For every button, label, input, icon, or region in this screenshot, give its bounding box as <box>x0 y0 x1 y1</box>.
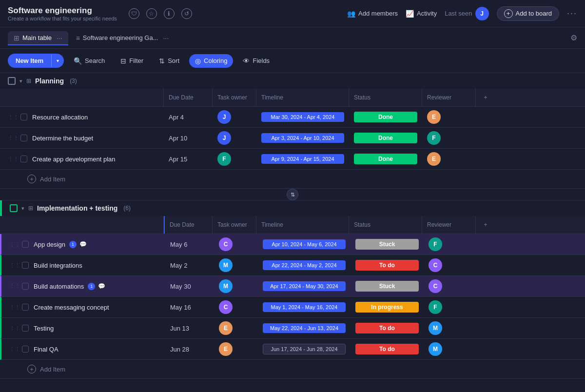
row-checkbox[interactable] <box>22 262 29 269</box>
timeline-bar: Apr 9, 2024 - Apr 15, 2024 <box>261 154 344 164</box>
table-row: ⋮⋮ Resource allocation Apr 4 J Mar 30, 2… <box>0 107 585 128</box>
coloring-icon: ◎ <box>195 57 201 65</box>
activity-label: Activity <box>417 10 437 17</box>
row-drag-handle[interactable]: ⋮⋮ <box>8 156 19 162</box>
fields-label: Fields <box>253 57 270 64</box>
new-item-dropdown-arrow[interactable]: ▾ <box>51 55 64 67</box>
row-checkbox[interactable] <box>20 135 27 141</box>
add-members-label: Add members <box>358 10 398 17</box>
reviewer-avatar: E <box>427 152 441 166</box>
row-drag-handle[interactable]: ⋮⋮ <box>8 114 19 120</box>
row-drag-handle[interactable]: ⋮⋮ <box>8 135 19 141</box>
row-timeline: Apr 17, 2024 - May 30, 2024 <box>258 276 351 296</box>
row-status: Done <box>349 128 422 148</box>
settings-button[interactable]: ⚙ <box>570 33 577 42</box>
planning-col-headers: Due Date Task owner Timeline Status Revi… <box>0 89 585 107</box>
add-item-impl[interactable]: + Add Item <box>0 360 585 379</box>
row-drag-handle[interactable]: ⋮⋮ <box>9 346 20 353</box>
col-add-impl[interactable]: + <box>476 216 495 234</box>
row-due-date: Jun 28 <box>165 339 214 359</box>
coloring-button[interactable]: ◎ Coloring <box>189 54 233 68</box>
row-status: Stuck <box>351 276 424 296</box>
sort-button[interactable]: ⇅ Sort <box>153 54 185 68</box>
refresh-icon[interactable]: ↺ <box>181 8 192 19</box>
owner-avatar: C <box>219 300 233 314</box>
row-checkbox[interactable] <box>22 325 29 332</box>
add-members-icon: 👥 <box>347 10 355 18</box>
new-item-label: New Item <box>8 54 51 68</box>
row-checkbox[interactable] <box>22 304 29 311</box>
add-item-icon: + <box>27 175 36 183</box>
app-title-block: Software engineering Create a workflow t… <box>8 6 117 21</box>
add-members-button[interactable]: 👥 Add members <box>347 10 398 18</box>
tab-gantt[interactable]: ≡ Software engineering Ga... ··· <box>70 31 175 45</box>
row-checkbox[interactable] <box>20 114 27 120</box>
row-owner: F <box>213 149 256 169</box>
row-task-name: Build integrations <box>29 255 165 275</box>
planning-group-name: Planning <box>35 77 64 85</box>
row-timeline: Apr 10, 2024 - May 6, 2024 <box>258 234 351 255</box>
impl-col-headers: Due Date Task owner Timeline Status Revi… <box>0 216 585 234</box>
row-due-date: May 30 <box>165 276 214 296</box>
row-drag-handle[interactable]: ⋮⋮ <box>9 325 20 332</box>
row-checkbox[interactable] <box>22 346 29 353</box>
fields-icon: 👁 <box>243 57 250 65</box>
star-icon[interactable]: ☆ <box>146 8 157 19</box>
new-item-button[interactable]: New Item ▾ <box>8 54 64 68</box>
owner-avatar: M <box>219 279 233 293</box>
filter-button[interactable]: ⊟ Filter <box>115 54 149 68</box>
add-to-board-button[interactable]: + Add to board <box>497 6 559 21</box>
more-options-button[interactable]: ··· <box>567 8 577 19</box>
planning-group-count: (3) <box>70 78 77 84</box>
col-add-planning[interactable]: + <box>476 89 495 106</box>
table-row: ⋮⋮ Determine the budget Apr 10 J Apr 3, … <box>0 128 585 149</box>
row-checkbox[interactable] <box>20 156 27 162</box>
row-checkbox[interactable] <box>22 241 29 248</box>
row-drag-handle[interactable]: ⋮⋮ <box>9 304 20 311</box>
timeline-bar: May 22, 2024 - Jun 13, 2024 <box>263 323 346 333</box>
row-status: Stuck <box>351 234 424 255</box>
row-owner: J <box>213 107 256 127</box>
row-status: Done <box>349 149 422 169</box>
planning-group-icon: ⊞ <box>26 78 31 84</box>
row-owner: M <box>214 276 258 296</box>
tab-main-table[interactable]: ⊞ Main table ··· <box>8 31 68 45</box>
timeline-bar: Jun 17, 2024 - Jun 28, 2024 <box>263 344 346 354</box>
info-icon[interactable]: ℹ <box>164 8 175 19</box>
timeline-bar: Apr 3, 2024 - Apr 10, 2024 <box>261 133 344 143</box>
row-checkbox[interactable] <box>22 283 29 290</box>
col-reviewer-impl: Reviewer <box>422 216 476 234</box>
collapse-button[interactable]: ⇅ <box>287 189 298 200</box>
impl-group-name: Implementation + testing <box>37 204 117 212</box>
owner-avatar: C <box>219 237 233 251</box>
filter-label: Filter <box>129 57 143 64</box>
row-due-date: Apr 4 <box>164 107 213 127</box>
tab-main-table-dots[interactable]: ··· <box>57 34 62 42</box>
activity-button[interactable]: 📈 Activity <box>406 10 437 18</box>
row-drag-handle[interactable]: ⋮⋮ <box>9 262 20 269</box>
impl-group-chevron[interactable]: ▾ <box>21 205 24 212</box>
fields-button[interactable]: 👁 Fields <box>237 54 275 68</box>
planning-group-chevron[interactable]: ▾ <box>20 78 22 84</box>
reviewer-avatar: F <box>429 300 442 314</box>
impl-group-checkbox[interactable] <box>10 204 18 212</box>
add-item-planning[interactable]: + Add Item <box>0 170 585 189</box>
status-badge: In progress <box>355 302 419 313</box>
row-drag-handle[interactable]: ⋮⋮ <box>9 283 20 290</box>
search-icon: 🔍 <box>74 57 82 65</box>
row-status: In progress <box>351 297 424 317</box>
row-timeline: May 22, 2024 - Jun 13, 2024 <box>258 318 351 338</box>
chat-icon: 💬 <box>79 241 87 248</box>
timeline-bar: Apr 22, 2024 - May 2, 2024 <box>263 260 346 270</box>
row-due-date: May 16 <box>165 297 214 317</box>
status-badge: To do <box>355 344 419 354</box>
tab-gantt-dots[interactable]: ··· <box>163 34 169 42</box>
search-label: Search <box>85 57 105 64</box>
row-drag-handle[interactable]: ⋮⋮ <box>9 241 20 248</box>
row-reviewer: M <box>424 339 477 359</box>
planning-group-checkbox[interactable] <box>8 77 16 85</box>
row-owner: C <box>214 297 258 317</box>
table-row: ⋮⋮ Create app development plan Apr 15 F … <box>0 149 585 170</box>
search-button[interactable]: 🔍 Search <box>68 54 111 68</box>
shield-icon[interactable]: 🛡 <box>129 8 139 19</box>
